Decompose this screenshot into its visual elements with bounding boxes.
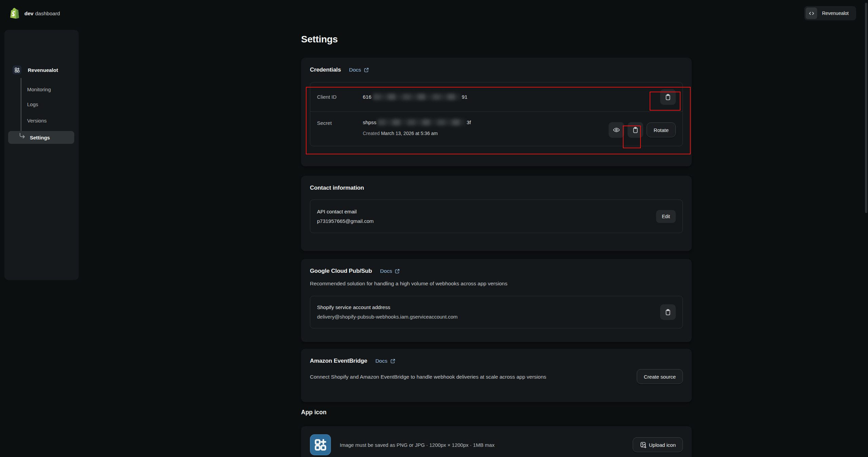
shopify-logo-icon — [9, 7, 20, 19]
clipboard-icon — [664, 93, 672, 101]
pubsub-address-value: delivery@shopify-pubsub-webhooks.iam.gse… — [317, 314, 458, 320]
pubsub-address-box: Shopify service account address delivery… — [310, 296, 683, 328]
copy-client-id-button[interactable] — [660, 89, 676, 105]
contact-email-label: API contact email — [317, 209, 374, 214]
sidebar-item-settings[interactable]: Settings — [8, 131, 74, 144]
secret-value: shpss 3f — [363, 119, 471, 126]
pubsub-address-label: Shopify service account address — [317, 304, 458, 310]
pubsub-title: Google Cloud Pub/Sub — [310, 268, 372, 274]
secret-created: Created March 13, 2026 at 5:36 am — [363, 131, 471, 136]
clipboard-icon — [632, 126, 639, 134]
client-id-value: 616 91 — [363, 94, 468, 100]
contact-title: Contact information — [310, 185, 364, 191]
page-title: Settings — [301, 34, 338, 45]
copy-secret-button[interactable] — [628, 122, 643, 138]
client-id-row: Client ID 616 91 — [310, 82, 683, 112]
reveal-secret-button[interactable] — [609, 122, 624, 138]
create-source-button[interactable]: Create source — [637, 369, 683, 384]
corner-down-right-icon — [19, 133, 26, 140]
edit-email-button[interactable]: Edit — [656, 210, 676, 223]
page-title-brand: devdashboard — [24, 11, 60, 17]
redacted-client-id — [373, 94, 460, 100]
contact-email-box: API contact email p731957665@gmail.com E… — [310, 199, 683, 233]
sidebar-item-settings-label: Settings — [30, 135, 50, 140]
pubsub-docs-link[interactable]: Docs — [380, 268, 400, 274]
upload-icon-button[interactable]: Upload icon — [633, 437, 683, 452]
code-icon — [806, 7, 817, 19]
app-grid-icon — [13, 65, 21, 74]
copy-address-button[interactable] — [660, 304, 676, 320]
secret-label: Secret — [317, 120, 363, 126]
credentials-title: Credentials — [310, 66, 341, 73]
image-plus-icon — [640, 441, 647, 449]
credentials-docs-link[interactable]: Docs — [349, 67, 369, 73]
eventbridge-description: Connect Shopify and Amazon EventBridge t… — [310, 372, 546, 382]
contact-card: Contact information API contact email p7… — [301, 176, 692, 251]
app-switcher-label: Revenuealot — [822, 11, 849, 16]
app-icon-card: Image must be saved as PNG or JPG · 1200… — [301, 426, 692, 457]
sidebar-item-monitoring[interactable]: Monitoring — [27, 87, 51, 92]
sidebar: Revenuealot Monitoring Logs Versions Set… — [4, 30, 79, 280]
pubsub-description: Recommended solution for handling a high… — [310, 279, 649, 289]
app-icon-requirements: Image must be saved as PNG or JPG · 1200… — [340, 442, 624, 448]
clipboard-icon — [664, 308, 672, 316]
sidebar-app-label: Revenuealot — [28, 67, 58, 73]
top-bar: devdashboard Revenuealot — [0, 0, 868, 26]
contact-email-value: p731957665@gmail.com — [317, 218, 374, 224]
app-icon-heading: App icon — [301, 409, 327, 416]
sidebar-item-versions[interactable]: Versions — [27, 118, 47, 123]
pubsub-card: Google Cloud Pub/Sub Docs Recommended so… — [301, 259, 692, 342]
external-link-icon — [390, 359, 395, 364]
sidebar-item-logs[interactable]: Logs — [27, 101, 38, 107]
vertical-scrollbar[interactable] — [865, 3, 867, 213]
sidebar-item-app-root[interactable]: Revenuealot — [13, 65, 58, 74]
rotate-secret-button[interactable]: Rotate — [647, 122, 676, 137]
external-link-icon — [364, 68, 369, 73]
eye-icon — [613, 126, 620, 134]
eventbridge-card: Amazon EventBridge Docs Connect Shopify … — [301, 349, 692, 402]
redacted-secret — [378, 119, 465, 126]
brand: devdashboard — [9, 7, 60, 19]
eventbridge-docs-link[interactable]: Docs — [375, 358, 395, 364]
tree-connector-line — [21, 78, 21, 132]
app-switcher-button[interactable]: Revenuealot — [804, 6, 856, 20]
external-link-icon — [395, 269, 400, 274]
secret-row: Secret shpss 3f Created March 13, 2026 a… — [310, 112, 683, 146]
app-icon-preview — [310, 434, 331, 455]
eventbridge-title: Amazon EventBridge — [310, 358, 367, 364]
credentials-card: Credentials Docs Client ID 616 91 — [301, 58, 692, 166]
credentials-box: Client ID 616 91 Secret — [310, 82, 683, 146]
client-id-label: Client ID — [317, 94, 363, 100]
